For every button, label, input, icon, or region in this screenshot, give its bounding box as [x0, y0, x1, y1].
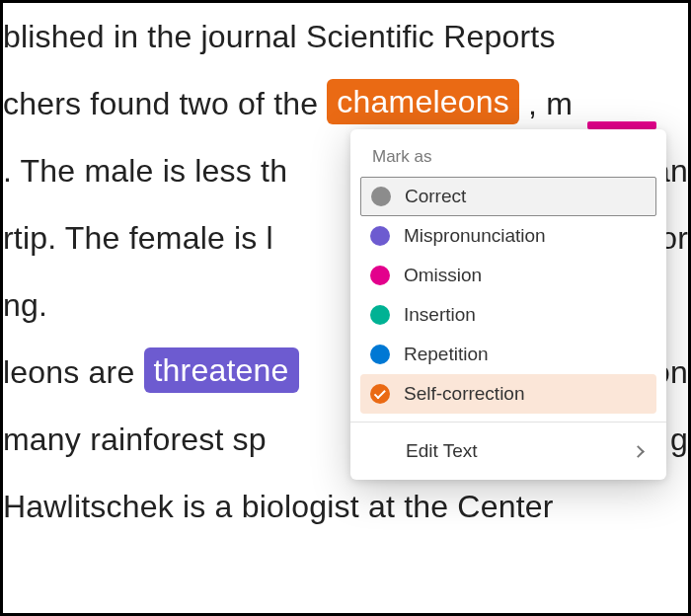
check-icon [373, 387, 385, 399]
text-fragment: chers found two of the [3, 86, 327, 121]
mark-option-self-correction[interactable]: Self-correction [360, 374, 656, 414]
text-fragment: . The male is less th [3, 137, 287, 204]
mark-option-label: Correct [405, 186, 466, 207]
mark-option-correct[interactable]: Correct [360, 177, 656, 216]
text-line: Hawlitschek is a biologist at the Center [0, 473, 691, 540]
popup-divider [350, 422, 666, 423]
text-fragment: leons are [3, 354, 144, 390]
mark-option-mispronunciation[interactable]: Mispronunciation [350, 216, 666, 256]
edit-text-button[interactable]: Edit Text [350, 430, 666, 474]
mark-option-label: Self-correction [404, 383, 525, 405]
mark-option-insertion[interactable]: Insertion [350, 295, 666, 335]
popup-title: Mark as [350, 143, 666, 177]
popup-items: CorrectMispronunciationOmissionInsertion… [350, 177, 666, 414]
mark-option-repetition[interactable]: Repetition [350, 335, 666, 374]
reading-progress-frame: blished in the journal Scientific Report… [0, 0, 691, 616]
mark-as-popup: Mark as CorrectMispronunciationOmissionI… [350, 129, 666, 480]
highlight-self-correction[interactable]: chameleons [327, 79, 519, 124]
text-fragment: blished in the journal Scientific Report… [3, 19, 556, 54]
highlight-mispronunciation[interactable]: threatene [144, 347, 299, 393]
purple-dot-icon [370, 226, 390, 246]
text-fragment: rtip. The female is l [3, 204, 273, 271]
blue-dot-icon [370, 345, 390, 364]
text-fragment: ng. [3, 287, 47, 323]
text-fragment: Hawlitschek is a biologist at the Center [3, 489, 554, 524]
mark-option-omission[interactable]: Omission [350, 256, 666, 295]
mark-option-label: Insertion [404, 304, 476, 326]
chevron-right-icon [632, 445, 645, 458]
omission-indicator[interactable] [587, 121, 656, 129]
text-fragment: , m [528, 86, 573, 121]
pink-dot-icon [370, 266, 390, 285]
grey-dot-icon [371, 187, 391, 206]
text-fragment: many rainforest sp [3, 406, 267, 473]
mark-option-label: Omission [404, 265, 482, 286]
teal-dot-icon [370, 305, 390, 325]
mark-option-label: Mispronunciation [404, 225, 546, 247]
mark-option-label: Repetition [404, 344, 489, 365]
orange-dot-icon [370, 384, 390, 404]
edit-text-label: Edit Text [406, 440, 478, 462]
text-line: blished in the journal Scientific Report… [0, 3, 691, 70]
